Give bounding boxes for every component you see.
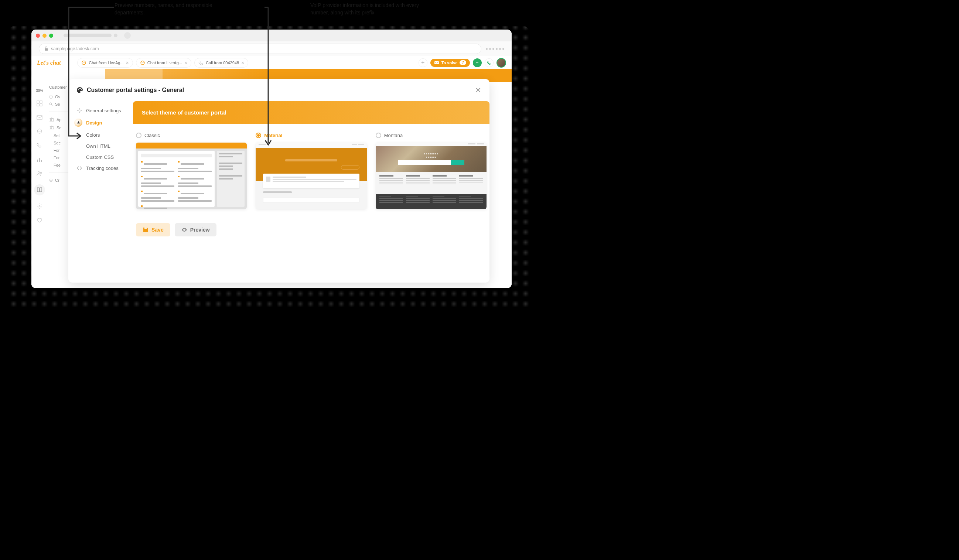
modal-actions: Save Preview — [133, 218, 489, 242]
sidebar-item-create[interactable]: Cr — [49, 177, 68, 184]
annotation-arrow-left — [67, 6, 115, 140]
close-icon[interactable]: × — [184, 60, 187, 66]
svg-rect-17 — [37, 116, 42, 119]
new-tab-button[interactable] — [124, 32, 131, 39]
add-button[interactable]: + — [419, 58, 427, 67]
app-tab-chat-2[interactable]: Chat from LiveAg... × — [136, 58, 191, 68]
svg-point-28 — [49, 103, 52, 105]
sidebar-title: Customer portal — [49, 85, 68, 89]
svg-point-19 — [38, 131, 39, 132]
annotation-left: Preview numbers, names, and responsible … — [115, 2, 221, 16]
sidebar-subitem[interactable]: Fee — [49, 161, 68, 169]
window-close-icon[interactable] — [36, 33, 40, 38]
svg-rect-14 — [40, 101, 42, 103]
nav-custom-css[interactable]: Custom CSS — [76, 151, 133, 162]
svg-point-26 — [40, 172, 42, 173]
eye-icon — [182, 227, 187, 233]
theme-preview-montana — [376, 143, 486, 209]
heart-icon[interactable] — [36, 217, 43, 223]
phone-rail-icon[interactable] — [36, 142, 43, 149]
people-icon[interactable] — [36, 170, 43, 177]
stats-icon[interactable] — [36, 156, 43, 163]
modal-header: Customer portal settings - General ✕ — [68, 79, 489, 101]
theme-radio-material[interactable]: Material — [256, 133, 366, 138]
chat-rail-icon[interactable] — [36, 128, 43, 135]
progress-indicator: 30% — [36, 89, 43, 93]
modal-body: General settings Design Colors Own HTML — [68, 101, 489, 283]
preview-button-label: Preview — [190, 227, 210, 233]
svg-line-29 — [52, 105, 53, 106]
sidebar-subitem[interactable]: For — [49, 154, 68, 161]
sidebar-item-overview[interactable]: Ov — [49, 93, 68, 100]
nav-own-html[interactable]: Own HTML — [76, 140, 133, 151]
window-maximize-icon[interactable] — [49, 33, 53, 38]
theme-option-classic[interactable]: Classic — [136, 133, 247, 209]
search-icon — [49, 102, 53, 106]
save-button[interactable]: Save — [136, 223, 170, 236]
browser-menu-icon[interactable] — [486, 48, 504, 50]
close-icon[interactable]: × — [126, 60, 129, 66]
theme-preview-classic — [136, 143, 247, 209]
sidebar-item[interactable]: Se — [49, 124, 68, 132]
modal-content: Select theme of customer portal Classic — [133, 101, 489, 283]
phone-icon — [198, 60, 204, 65]
svg-point-27 — [39, 205, 40, 207]
radio-icon — [376, 133, 381, 138]
code-icon — [76, 165, 82, 171]
header-right: + To solve 7 — [419, 58, 506, 68]
bank-icon — [49, 117, 54, 122]
traffic-lights — [36, 33, 53, 38]
circle-icon — [49, 95, 53, 99]
bank-icon — [49, 125, 54, 130]
theme-radio-classic[interactable]: Classic — [136, 133, 247, 138]
left-rail: 30% — [32, 82, 48, 288]
theme-option-montana[interactable]: Montana — [376, 133, 486, 209]
envelope-icon — [434, 60, 439, 65]
plus-circle-icon — [49, 178, 53, 182]
theme-radio-montana[interactable]: Montana — [376, 133, 486, 138]
settings-modal: Customer portal settings - General ✕ Gen… — [68, 79, 489, 283]
svg-point-8 — [143, 62, 143, 63]
mail-icon[interactable] — [36, 114, 43, 121]
close-icon[interactable]: × — [241, 60, 244, 66]
svg-point-10 — [476, 62, 477, 63]
theme-preview-material — [256, 143, 366, 209]
sidebar-item[interactable]: Ap — [49, 116, 68, 124]
nav-label: Custom CSS — [86, 154, 114, 160]
dashboard-icon[interactable] — [36, 100, 43, 107]
svg-point-25 — [38, 172, 40, 173]
sidebar-item-search[interactable]: Se — [49, 100, 68, 108]
book-icon[interactable] — [34, 185, 45, 196]
svg-rect-16 — [40, 104, 42, 106]
svg-point-11 — [477, 62, 478, 63]
annotation-right: VoIP provider information is included wi… — [310, 2, 429, 16]
preview-button[interactable]: Preview — [175, 223, 217, 236]
content-header: Select theme of customer portal — [133, 101, 489, 124]
app-tab-call[interactable]: Call from 0042948 × — [194, 58, 248, 68]
sidebar-subitem[interactable]: Sec — [49, 139, 68, 146]
sidebar-subitem[interactable]: Set — [49, 132, 68, 139]
svg-point-38 — [183, 229, 185, 231]
to-solve-button[interactable]: To solve 7 — [430, 59, 470, 67]
chat-status-icon[interactable] — [473, 58, 482, 67]
nav-tracking-codes[interactable]: Tracking codes — [76, 162, 133, 173]
theme-option-material[interactable]: Material — [256, 133, 366, 209]
phone-status-icon[interactable] — [485, 58, 494, 67]
radio-icon — [136, 133, 142, 138]
app-tab-label: Chat from LiveAg... — [147, 60, 182, 65]
sidebar-subitem[interactable]: For — [49, 146, 68, 154]
annotation-arrow-right — [264, 6, 272, 147]
svg-point-7 — [142, 62, 143, 63]
app-tab-label: Call from 0042948 — [206, 60, 239, 65]
app-logo[interactable]: Let's chat — [37, 59, 61, 66]
gear-rail-icon[interactable] — [36, 203, 43, 210]
svg-point-21 — [40, 131, 41, 132]
window-minimize-icon[interactable] — [43, 33, 46, 38]
user-avatar[interactable] — [497, 58, 506, 68]
radio-icon — [256, 133, 261, 138]
svg-rect-15 — [37, 104, 39, 106]
svg-point-12 — [478, 62, 478, 63]
save-button-label: Save — [151, 227, 164, 233]
close-modal-button[interactable]: ✕ — [475, 86, 481, 95]
save-icon — [143, 227, 148, 233]
